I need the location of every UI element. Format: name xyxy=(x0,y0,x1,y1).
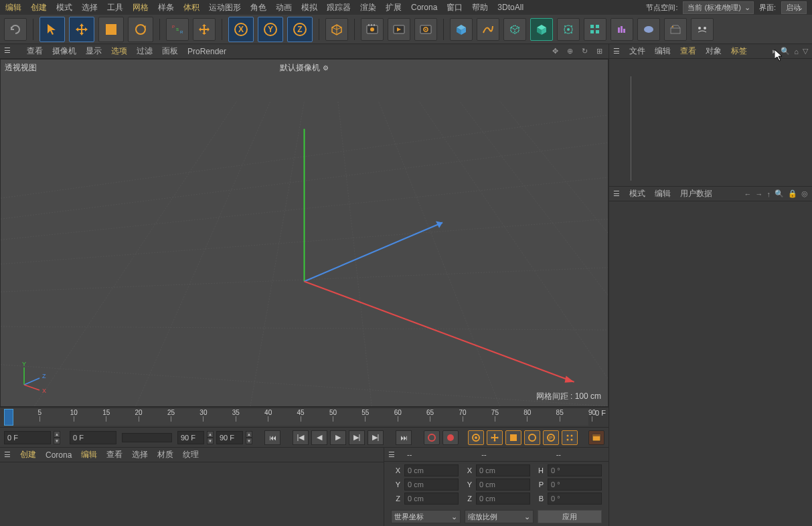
next-frame-button[interactable]: ▶| xyxy=(349,430,365,445)
menu-simulate[interactable]: 模拟 xyxy=(301,2,317,13)
coord-y-pos[interactable] xyxy=(404,478,459,491)
goto-prev-key-button[interactable]: |◀ xyxy=(293,430,309,445)
nav-up-icon[interactable]: ↑ xyxy=(767,190,771,198)
generator-button[interactable] xyxy=(503,18,526,41)
camera-light-button[interactable] xyxy=(664,18,687,41)
vp-nav-icon-4[interactable]: ⊞ xyxy=(594,46,604,57)
vp-cameras[interactable]: 摄像机 xyxy=(52,46,76,57)
vp-filter[interactable]: 过滤 xyxy=(137,46,153,57)
range-spinner[interactable]: ▲▼ xyxy=(207,431,214,444)
node-space-select[interactable]: 当前 (标准/物理) xyxy=(683,1,753,14)
undo-button[interactable] xyxy=(4,18,27,41)
vp-nav-icon-3[interactable]: ↻ xyxy=(579,46,590,57)
record-button[interactable] xyxy=(424,430,440,445)
menu-tools[interactable]: 工具 xyxy=(107,2,123,13)
menu-render[interactable]: 渲染 xyxy=(360,2,376,13)
menu-volume[interactable]: 体积 xyxy=(183,2,199,13)
vp-view[interactable]: 查看 xyxy=(27,46,43,57)
chevron-right-icon[interactable]: ▸ xyxy=(773,47,777,56)
filter-icon[interactable]: ▽ xyxy=(803,47,808,56)
mat-edit[interactable]: 编辑 xyxy=(81,449,97,460)
goto-end-button[interactable]: ⏭ xyxy=(396,430,412,445)
nav-fwd-icon[interactable]: → xyxy=(756,190,763,198)
perspective-viewport[interactable]: 透视视图 默认摄像机⚙ xyxy=(0,59,608,407)
scale-tool[interactable] xyxy=(98,17,124,42)
obj-objects[interactable]: 对象 xyxy=(706,46,722,57)
hamburger-icon[interactable]: ☰ xyxy=(613,47,620,56)
coord-z-pos[interactable] xyxy=(404,493,459,505)
coord-world-dropdown[interactable]: 世界坐标⌄ xyxy=(391,510,461,523)
render-active-button[interactable] xyxy=(414,18,437,41)
hamburger-icon[interactable]: ☰ xyxy=(388,450,395,459)
timeline-window-button[interactable] xyxy=(588,430,604,445)
menu-tracker[interactable]: 跟踪器 xyxy=(327,2,351,13)
cube-primitive-button[interactable] xyxy=(450,18,473,41)
autokey-button[interactable] xyxy=(442,430,459,445)
play-button[interactable]: ▶ xyxy=(330,430,346,445)
locked-move-tool[interactable] xyxy=(193,18,216,41)
y-axis-button[interactable]: Y xyxy=(258,17,283,42)
prev-frame-button[interactable]: ◀ xyxy=(311,430,327,445)
coord-b-rot[interactable] xyxy=(548,493,602,505)
coord-y-size[interactable] xyxy=(476,478,530,491)
menu-3dtoall[interactable]: 3DtoAll xyxy=(497,3,523,12)
key-scale-button[interactable] xyxy=(505,430,521,445)
object-manager-body[interactable] xyxy=(609,59,812,186)
hamburger-icon[interactable]: ☰ xyxy=(613,189,620,198)
mograph-button[interactable] xyxy=(584,18,606,41)
attribute-manager-body[interactable] xyxy=(609,201,812,526)
coord-scale-dropdown[interactable]: 缩放比例⌄ xyxy=(465,510,534,523)
menu-extensions[interactable]: 扩展 xyxy=(386,2,402,13)
menu-help[interactable]: 帮助 xyxy=(472,2,488,13)
menu-animate[interactable]: 动画 xyxy=(276,2,292,13)
timeline-playhead[interactable] xyxy=(4,409,13,426)
mat-corona[interactable]: Corona xyxy=(46,450,72,460)
attr-edit[interactable]: 编辑 xyxy=(655,188,671,199)
range-end-field[interactable] xyxy=(177,431,204,444)
coord-h-rot[interactable] xyxy=(548,464,602,476)
volume-button[interactable] xyxy=(611,18,633,41)
total-frames-field[interactable] xyxy=(216,431,243,444)
obj-edit[interactable]: 编辑 xyxy=(655,46,671,57)
interface-select[interactable]: 启动 xyxy=(781,1,807,14)
frame-spinner[interactable]: ▲▼ xyxy=(54,431,60,444)
coord-x-pos[interactable] xyxy=(404,464,459,476)
key-pla-button[interactable] xyxy=(562,430,578,445)
current-frame-field[interactable] xyxy=(4,431,51,444)
obj-file[interactable]: 文件 xyxy=(629,46,645,57)
mat-select[interactable]: 选择 xyxy=(132,449,148,460)
coord-system-button[interactable] xyxy=(325,18,348,41)
obj-view[interactable]: 查看 xyxy=(680,46,696,57)
home-icon[interactable]: ⌂ xyxy=(794,48,799,56)
environment-button[interactable] xyxy=(691,18,714,41)
hamburger-icon[interactable]: ☰ xyxy=(4,46,15,57)
mat-material[interactable]: 材质 xyxy=(157,449,173,460)
mat-create[interactable]: 创建 xyxy=(20,449,36,460)
deformer-button[interactable] xyxy=(530,18,553,41)
coord-z-size[interactable] xyxy=(476,493,530,505)
coord-apply-button[interactable]: 应用 xyxy=(538,510,602,523)
key-selection-button[interactable] xyxy=(468,430,484,445)
search-icon[interactable]: 🔍 xyxy=(775,189,784,198)
vp-panel[interactable]: 面板 xyxy=(162,46,178,57)
search-icon[interactable]: 🔍 xyxy=(781,47,790,56)
menu-select[interactable]: 选择 xyxy=(82,2,98,13)
key-rotate-button[interactable] xyxy=(524,430,540,445)
field-button[interactable] xyxy=(557,18,580,41)
move-tool[interactable] xyxy=(69,17,94,42)
render-view-button[interactable] xyxy=(388,18,410,41)
target-icon[interactable]: ◎ xyxy=(801,189,808,198)
vp-display[interactable]: 显示 xyxy=(86,46,102,57)
menu-mode[interactable]: 模式 xyxy=(56,2,72,13)
mat-view[interactable]: 查看 xyxy=(106,449,123,460)
key-move-button[interactable] xyxy=(487,430,503,445)
spline-primitive-button[interactable] xyxy=(477,18,499,41)
scene-button[interactable] xyxy=(637,18,660,41)
menu-mesh[interactable]: 网格 xyxy=(133,2,149,13)
attr-mode[interactable]: 模式 xyxy=(629,188,645,199)
menu-window[interactable]: 窗口 xyxy=(446,2,463,13)
live-select-tool[interactable] xyxy=(39,17,65,42)
attr-userdata[interactable]: 用户数据 xyxy=(680,188,712,199)
range-start-field[interactable] xyxy=(70,431,116,444)
range-slider[interactable] xyxy=(122,433,172,442)
